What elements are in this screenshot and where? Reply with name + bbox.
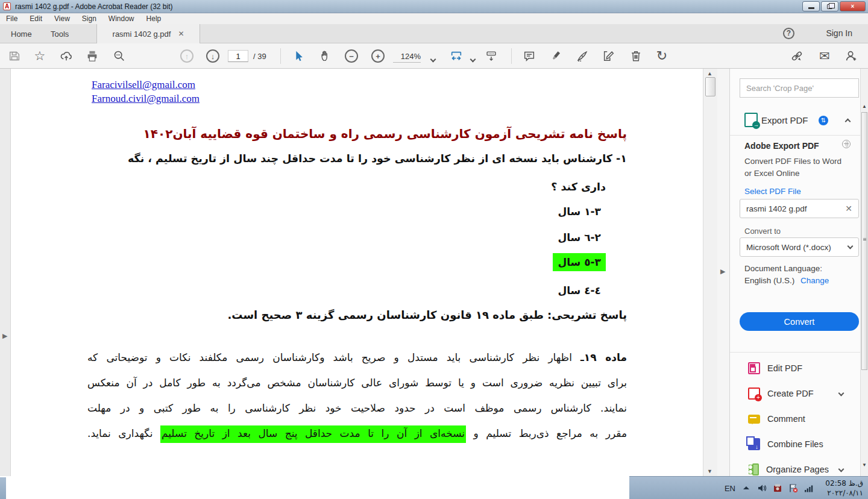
comment-icon (523, 49, 536, 63)
close-icon: × (851, 3, 855, 10)
chevron-down-icon (838, 466, 844, 472)
sidebar-scrollbar[interactable]: ▲ ▼ (860, 69, 868, 476)
tray-app-icon[interactable] (773, 483, 782, 493)
share-link-button[interactable] (790, 49, 804, 63)
menu-edit[interactable]: Edit (24, 14, 48, 23)
option-2: ۲-٦ سال (553, 228, 606, 246)
scroll-up-icon[interactable]: ▲ (707, 71, 712, 77)
restore-button[interactable] (821, 1, 838, 11)
help-icon[interactable]: ? (783, 28, 794, 39)
collapse-right-pane-icon[interactable]: ▶ (720, 268, 725, 275)
toolbar: ☆ ↑ ↓ / 39 − + 124% ↻ (0, 43, 868, 69)
scroll-down-icon[interactable]: ▼ (862, 462, 867, 468)
sidebar-item-create-pdf[interactable]: Create PDF (730, 381, 860, 406)
volume-icon[interactable] (757, 483, 767, 493)
sidebar-item-edit-pdf[interactable]: Edit PDF (730, 356, 860, 381)
scroll-up-icon[interactable]: ▲ (862, 104, 867, 109)
zoom-out-button[interactable]: − (344, 49, 359, 63)
action-center-flag-icon[interactable] (788, 483, 798, 493)
select-pdf-file-link[interactable]: Select PDF File (744, 187, 801, 196)
arrow-up-icon: ↑ (180, 49, 193, 63)
taskbar: EN ق.ظ 02:58 ۲۰۲۲/۰۸/۱۱ (629, 476, 868, 499)
tab-home[interactable]: Home (4, 24, 39, 43)
sidebar-item-combine-files[interactable]: Combine Files (730, 432, 860, 457)
minimize-button[interactable] (802, 1, 820, 11)
fit-dropdown-button[interactable] (465, 52, 480, 66)
email-link-2[interactable]: Farnoud.civil@gmail.com (92, 93, 200, 105)
network-signal-icon[interactable] (804, 483, 814, 493)
fit-width-button[interactable] (449, 49, 464, 63)
close-button[interactable]: × (840, 1, 866, 11)
hand-icon (319, 49, 332, 63)
export-pdf-header[interactable]: → Export PDF ⇅ (730, 106, 860, 135)
envelope-icon: ✉ (819, 49, 830, 63)
change-language-link[interactable]: Change (800, 276, 829, 285)
combine-files-icon (748, 438, 760, 450)
clock[interactable]: ق.ظ 02:58 ۲۰۲۲/۰۸/۱۱ (825, 479, 863, 498)
restore-icon (827, 4, 832, 9)
tab-close-icon[interactable]: ✕ (178, 30, 184, 38)
zoom-level-value[interactable]: 124% (393, 52, 421, 63)
scrollbar-thumb[interactable] (705, 77, 715, 96)
paragraph-line-2: برای تبیین نظریه ضروری است و یا توسط شور… (87, 375, 627, 391)
sidebar-item-comment[interactable]: Comment (730, 406, 860, 432)
search-input[interactable] (740, 78, 859, 98)
language-indicator[interactable]: EN (725, 484, 735, 493)
show-hidden-icons-icon[interactable] (741, 483, 751, 493)
sign-in-button[interactable]: Sign In (826, 28, 852, 38)
page-display-button[interactable] (484, 49, 498, 63)
tab-tools[interactable]: Tools (43, 24, 76, 43)
print-button[interactable] (85, 49, 99, 63)
next-page-button[interactable]: ↓ (206, 49, 220, 63)
search-button[interactable] (112, 49, 127, 63)
page-display-icon (485, 49, 498, 63)
delete-pages-button[interactable] (629, 49, 643, 63)
menu-file[interactable]: File (0, 14, 24, 23)
zoom-dropdown-button[interactable] (426, 52, 440, 66)
save-button[interactable] (7, 49, 22, 63)
organize-pages-icon (752, 463, 759, 475)
highlight-tool-button[interactable] (549, 49, 563, 63)
previous-page-button[interactable]: ↑ (180, 49, 194, 63)
answer-line: پاسخ تشریحی: طبق ماده ۱۹ قانون کارشناسان… (228, 309, 627, 321)
selected-file-field[interactable]: rasmi 1402 g.pdf ✕ (740, 199, 859, 218)
expand-left-pane-icon[interactable]: ▶ (2, 332, 7, 340)
star-button[interactable]: ☆ (33, 49, 47, 63)
share-people-button[interactable] (844, 49, 858, 63)
title-bar: A rasmi 1402 g.pdf - Adobe Acrobat Reade… (0, 0, 868, 13)
email-button[interactable]: ✉ (817, 49, 832, 63)
chevron-up-icon[interactable] (845, 119, 851, 125)
menu-help[interactable]: Help (140, 14, 168, 23)
clear-file-icon[interactable]: ✕ (845, 204, 852, 213)
online-service-icon (842, 140, 851, 148)
cursor-icon (292, 49, 305, 63)
edit-pdf-icon (748, 362, 760, 374)
export-pdf-label: Export PDF (761, 115, 808, 125)
paragraph-line-1: ماده ۱۹ـ اظهار نظر کارشناسی باید مستدل و… (87, 350, 627, 365)
zoom-in-button[interactable]: + (371, 49, 385, 63)
hand-tool-button[interactable] (318, 49, 333, 63)
convert-button[interactable]: Convert (740, 312, 859, 331)
tab-document-label: rasmi 1402 g.pdf (113, 30, 171, 39)
rotate-pages-button[interactable]: ↻ (655, 49, 669, 63)
highlighter-icon (549, 49, 562, 63)
fill-sign-button[interactable] (602, 49, 616, 63)
format-dropdown[interactable]: Microsoft Word (*.docx) (740, 237, 859, 257)
comment-tool-button[interactable] (522, 49, 536, 63)
menu-view[interactable]: View (48, 14, 76, 23)
menu-bar: File Edit View Sign Window Help (0, 13, 868, 24)
email-link-1[interactable]: Faracivilsell@gmail.com (92, 79, 195, 91)
paragraph-line-4: مقرر به مراجع ذی‌ربط تسلیم و نسخه‌ای از … (87, 425, 627, 441)
pdf-page: Faracivilsell@gmail.com Farnoud.civil@gm… (11, 69, 703, 499)
menu-window[interactable]: Window (102, 14, 140, 23)
select-tool-button[interactable] (291, 49, 306, 63)
tab-document[interactable]: rasmi 1402 g.pdf ✕ (96, 24, 200, 43)
sign-tool-button[interactable] (575, 49, 590, 63)
share-cloud-button[interactable] (59, 49, 74, 63)
document-scrollbar[interactable]: ▲ ▼ (703, 69, 717, 476)
menu-sign[interactable]: Sign (76, 14, 102, 23)
page-number-input[interactable] (228, 50, 248, 62)
left-panel-strip: ▶ (0, 69, 11, 476)
scrollbar-thumb[interactable] (861, 112, 867, 370)
scroll-down-icon[interactable]: ▼ (707, 468, 712, 474)
